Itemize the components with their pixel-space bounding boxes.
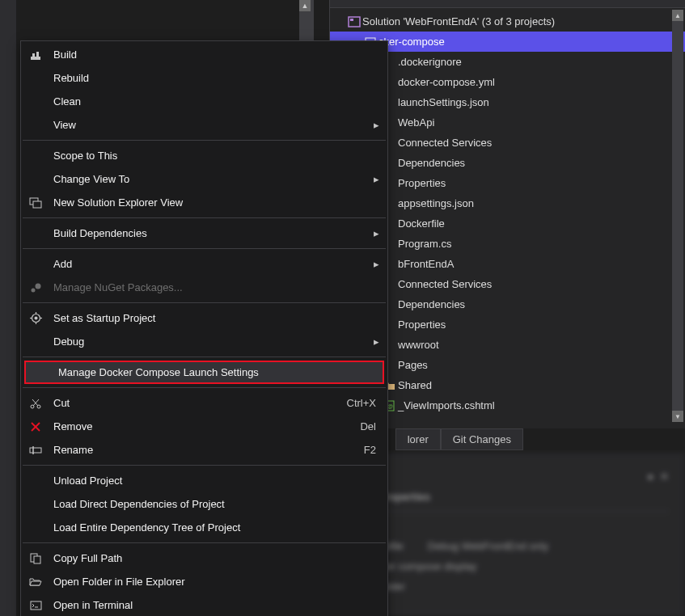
tree-item-label: Shared <box>398 379 432 391</box>
tree-item-label: appsettings.json <box>398 197 474 209</box>
menu-separator <box>23 357 386 357</box>
menu-startup[interactable]: Set as Startup Project <box>21 306 387 330</box>
svg-rect-0 <box>349 17 360 27</box>
menu-nuget: Manage NuGet Packages... <box>21 276 387 299</box>
svg-rect-27 <box>34 556 40 563</box>
tree-item-label: WebApi <box>398 116 434 129</box>
menu-cut[interactable]: Cut Ctrl+X <box>21 391 387 415</box>
context-menu: Build Rebuild Clean View ▸ Scope to This… <box>20 40 388 616</box>
tree-item-label: Program.cs <box>398 238 451 250</box>
menu-label: Debug <box>45 335 374 348</box>
svg-rect-5 <box>31 57 40 60</box>
menu-separator <box>23 542 386 543</box>
svg-rect-1 <box>350 19 353 21</box>
menu-open-folder[interactable]: Open Folder in File Explorer <box>21 570 387 593</box>
menu-rebuild[interactable]: Rebuild <box>21 66 387 90</box>
tree-item-label: cker-compose <box>378 36 445 48</box>
menu-scope[interactable]: Scope to This <box>21 144 387 167</box>
panel-tabs: lorer Git Changes <box>395 428 523 450</box>
menu-label: Load Entire Dependency Tree of Project <box>45 521 383 534</box>
menu-unload[interactable]: Unload Project <box>21 469 387 492</box>
menu-label: Copy Full Path <box>45 552 383 564</box>
menu-label: Open Folder in File Explorer <box>45 576 383 588</box>
nuget-icon <box>26 282 45 293</box>
menu-remove[interactable]: Remove Del <box>21 415 387 438</box>
menu-label: Rebuild <box>45 72 383 84</box>
menu-label: Unload Project <box>45 475 383 487</box>
tab-solution-explorer[interactable]: lorer <box>395 428 441 450</box>
terminal-icon <box>26 601 45 610</box>
menu-label: Remove <box>45 420 360 432</box>
svg-rect-7 <box>36 52 39 57</box>
menu-separator <box>23 302 386 303</box>
menu-load-direct[interactable]: Load Direct Dependencies of Project <box>21 492 387 516</box>
svg-rect-6 <box>32 53 35 57</box>
tree-item-label: Dependencies <box>398 298 465 310</box>
vertical-scrollbar[interactable]: ▲ ▼ <box>672 10 683 422</box>
menu-label: Manage Docker Compose Launch Settings <box>50 366 378 378</box>
tab-git-changes[interactable]: Git Changes <box>441 428 523 450</box>
menu-label: Set as Startup Project <box>45 312 383 324</box>
menu-label: Scope to This <box>45 150 383 162</box>
delete-icon <box>26 422 45 432</box>
menu-build[interactable]: Build <box>21 43 387 66</box>
chevron-right-icon: ▸ <box>374 258 383 270</box>
menu-label: Open in Terminal <box>45 599 383 611</box>
chevron-right-icon: ▸ <box>374 335 383 348</box>
menu-label: Build <box>45 49 383 61</box>
menu-build-deps[interactable]: Build Dependencies ▸ <box>21 222 387 245</box>
scroll-down-icon[interactable]: ▼ <box>672 411 683 422</box>
tree-item-label: .dockerignore <box>398 56 462 68</box>
menu-label: Load Direct Dependencies of Project <box>45 498 383 510</box>
tree-item-label: Dockerfile <box>398 217 445 230</box>
editor-scrollbar-top[interactable]: ▲ <box>299 0 314 40</box>
solution-icon <box>346 16 362 27</box>
menu-label: Rename <box>45 444 364 456</box>
tree-item-label: bFrontEndA <box>398 258 454 270</box>
solution-title: Solution 'WebFrontEndA' (3 of 3 projects… <box>362 15 555 27</box>
scissors-icon <box>26 398 45 409</box>
tree-item-label: Properties <box>398 177 446 189</box>
solution-root[interactable]: Solution 'WebFrontEndA' (3 of 3 projects… <box>330 11 685 32</box>
menu-shortcut: Del <box>360 420 383 432</box>
gear-icon <box>26 312 45 324</box>
menu-separator <box>23 217 386 218</box>
menu-new-explorer[interactable]: New Solution Explorer View <box>21 191 387 214</box>
svg-point-10 <box>32 288 36 292</box>
menu-label: Add <box>45 258 374 270</box>
panel-header <box>330 0 685 8</box>
menu-shortcut: F2 <box>364 444 383 456</box>
menu-label: View <box>45 119 374 131</box>
chevron-right-icon: ▸ <box>374 173 383 185</box>
menu-label: New Solution Explorer View <box>45 196 383 209</box>
chevron-right-icon: ▸ <box>374 227 383 239</box>
menu-separator <box>23 248 386 249</box>
svg-point-13 <box>34 317 37 320</box>
menu-open-terminal[interactable]: Open in Terminal <box>21 593 387 616</box>
new-window-icon <box>26 197 45 209</box>
build-icon <box>26 49 45 61</box>
menu-load-tree[interactable]: Load Entire Dependency Tree of Project <box>21 516 387 539</box>
menu-rename[interactable]: Rename F2 <box>21 438 387 462</box>
menu-separator <box>23 465 386 466</box>
menu-clean[interactable]: Clean <box>21 90 387 113</box>
blurred-text: Debug WebFrontEnd only <box>428 540 548 552</box>
tree-item-label: Pages <box>398 359 428 371</box>
svg-rect-24 <box>30 448 41 453</box>
rename-icon <box>26 445 45 455</box>
menu-change-view[interactable]: Change View To ▸ <box>21 167 387 191</box>
menu-copy-path[interactable]: Copy Full Path <box>21 546 387 570</box>
chevron-right-icon: ▸ <box>374 119 383 131</box>
menu-shortcut: Ctrl+X <box>347 397 383 409</box>
scroll-up-icon[interactable]: ▲ <box>672 10 683 21</box>
menu-label: Build Dependencies <box>45 227 374 239</box>
menu-manage-docker[interactable]: Manage Docker Compose Launch Settings <box>24 361 384 384</box>
tree-item-label: Connected Services <box>398 137 492 149</box>
svg-text:@: @ <box>387 403 393 409</box>
menu-separator <box>23 140 386 141</box>
menu-view[interactable]: View ▸ <box>21 113 387 137</box>
menu-debug[interactable]: Debug ▸ <box>21 330 387 353</box>
menu-add[interactable]: Add ▸ <box>21 252 387 276</box>
svg-rect-9 <box>33 201 41 208</box>
tree-item-label: Properties <box>398 319 446 331</box>
